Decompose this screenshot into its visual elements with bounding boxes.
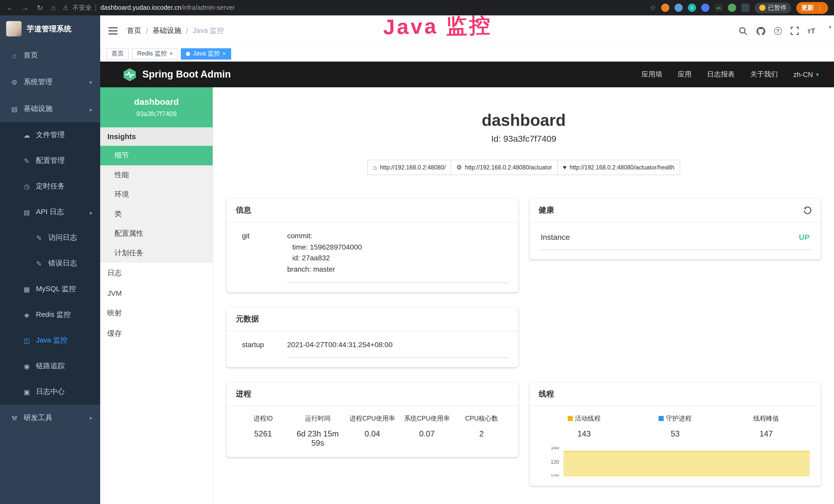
- sidebar-item-performance[interactable]: 性能: [100, 165, 213, 185]
- browser-nav-buttons: ← → ↻ ⌂: [6, 4, 56, 11]
- sidebar-item-trace[interactable]: ◉ 链路追踪: [0, 353, 100, 379]
- instance-main: dashboard Id: 93a3fc7f7409 ⌂ http://192.…: [213, 87, 834, 504]
- breadcrumb-home[interactable]: 首页: [127, 26, 141, 36]
- process-card-content: 进程ID 5261 运行时间 6d 23h 15m 59s 进程CPU使用率: [226, 407, 518, 457]
- browser-home-icon[interactable]: ⌂: [51, 4, 56, 11]
- log-center-icon: ▣: [23, 388, 31, 396]
- active-dot: [186, 52, 190, 56]
- sidebar-item-jvm[interactable]: JVM: [100, 283, 213, 303]
- sidebar-item-environment[interactable]: 环境: [100, 185, 213, 204]
- sba-nav-applications[interactable]: 应用: [678, 70, 692, 79]
- reload-icon[interactable]: ↻: [37, 4, 43, 11]
- back-icon[interactable]: ←: [6, 4, 13, 11]
- threads-card-title: 线程: [529, 383, 821, 407]
- app-shell: 芋道管理系统 ⌂ 首页 ⚙ 系统管理 ▾ ▤ 基础设施 ▴ ☁ 文件管理: [0, 16, 834, 504]
- instance-header[interactable]: dashboard 93a3fc7f7409: [100, 87, 213, 127]
- sidebar-item-system-management[interactable]: ⚙ 系统管理 ▾: [0, 69, 100, 95]
- sba-nav-about[interactable]: 关于我们: [750, 70, 778, 79]
- breadcrumb-infrastructure[interactable]: 基础设施: [153, 26, 181, 36]
- sidebar-item-error-logs[interactable]: ✎ 错误日志: [0, 251, 100, 276]
- sidebar-item-config-properties[interactable]: 配置属性: [100, 224, 213, 244]
- sidebar-item-api-logs[interactable]: ▤ API 日志 ▴: [0, 199, 100, 225]
- collapse-sidebar-icon[interactable]: [108, 27, 118, 35]
- health-status-badge: UP: [799, 233, 810, 241]
- sidebar-item-mappings[interactable]: 映射: [100, 303, 213, 323]
- actuator-url: http://192.168.0.2:48080/actuator: [465, 164, 552, 170]
- sidebar-item-logs[interactable]: 日志: [100, 263, 213, 283]
- extension-leaf-icon[interactable]: [728, 4, 736, 12]
- java-monitor-icon: ◫: [23, 337, 31, 344]
- sidebar-item-scheduled-tasks[interactable]: ◷ 定时任务: [0, 174, 100, 199]
- security-warning-label: 不安全: [72, 3, 92, 12]
- sidebar-item-label: 日志中心: [36, 387, 65, 396]
- sidebar-item-devtools[interactable]: ⚒ 研发工具 ▾: [0, 405, 100, 431]
- health-icon: ♥: [563, 164, 566, 171]
- history-icon[interactable]: [804, 206, 812, 214]
- sidebar-item-label: 错误日志: [48, 259, 77, 268]
- github-icon[interactable]: [756, 26, 765, 35]
- process-col-value: 5261: [236, 430, 290, 439]
- help-icon[interactable]: ?: [774, 27, 782, 35]
- health-url-chip[interactable]: ♥ http://192.168.0.2:48080/actuator/heal…: [557, 160, 680, 175]
- sidebar-item-log-center[interactable]: ▣ 日志中心: [0, 379, 100, 405]
- sidebar-item-details[interactable]: 细节: [100, 146, 213, 165]
- tab-home[interactable]: 首页: [106, 48, 129, 59]
- process-col-cores: CPU核心数 2: [454, 415, 509, 448]
- actuator-url-chip[interactable]: ⚙ http://192.168.0.2:48080/actuator: [451, 160, 557, 175]
- app-title: 芋道管理系统: [27, 24, 71, 33]
- chevron-down-icon: ▾: [89, 415, 92, 421]
- extension-puppeteer-icon[interactable]: [741, 4, 749, 12]
- process-table: 进程ID 5261 运行时间 6d 23h 15m 59s 进程CPU使用率: [236, 415, 509, 448]
- extension-drop-icon[interactable]: [675, 4, 683, 12]
- gear-icon: ⚙: [10, 78, 19, 86]
- sidebar-item-mysql-monitor[interactable]: ▦ MySQL 监控: [0, 276, 100, 302]
- health-card: 健康 Instance UP: [529, 199, 821, 259]
- bookmark-star-icon[interactable]: ☆: [650, 4, 656, 12]
- sidebar-item-classes[interactable]: 类: [100, 204, 213, 224]
- instance-url-chip[interactable]: ⌂ http://192.168.0.2:48080/: [368, 160, 451, 175]
- sidebar-item-config-management[interactable]: ✎ 配置管理: [0, 148, 100, 174]
- legend-label: 活动线程: [575, 415, 600, 422]
- sidebar-item-infrastructure[interactable]: ▤ 基础设施 ▴: [0, 95, 100, 122]
- chevron-up-icon: ▴: [89, 106, 92, 112]
- metadata-value: 2021-04-27T00:44:31.254+08:00: [287, 339, 509, 358]
- sba-language-select[interactable]: zh-CN ▾: [793, 71, 819, 78]
- breadcrumb-separator: /: [146, 27, 148, 35]
- update-button[interactable]: 更新 ⋮: [796, 2, 828, 14]
- page-title: dashboard: [226, 111, 821, 130]
- search-icon[interactable]: [739, 26, 747, 35]
- sidebar-item-java-monitor[interactable]: ◫ Java 监控: [0, 328, 100, 353]
- tab-redis-monitor[interactable]: Redis 监控 ×: [132, 48, 178, 59]
- font-size-icon[interactable]: тT: [807, 27, 815, 35]
- sidebar-item-caches[interactable]: 缓存: [100, 323, 213, 344]
- sidebar-item-file-management[interactable]: ☁ 文件管理: [0, 122, 100, 148]
- sba-nav-journal[interactable]: 日志报表: [707, 70, 734, 79]
- sidebar-item-redis-monitor[interactable]: ◈ Redis 监控: [0, 302, 100, 328]
- instance-sidebar: dashboard 93a3fc7f7409 Insights 细节 性能 环境…: [100, 87, 213, 504]
- address-bar[interactable]: ⚠ 不安全 dashboard.yudao.iocoder.cn/infra/a…: [63, 3, 642, 12]
- threads-legend: 活动线程 143 守护进程 53 线程峰值 14: [539, 415, 812, 439]
- sidebar-item-label: 首页: [24, 51, 38, 60]
- sidebar-item-home[interactable]: ⌂ 首页: [0, 42, 100, 69]
- sidebar-item-scheduled-tasks[interactable]: 计划任务: [100, 244, 213, 263]
- sba-nav-wall[interactable]: 应用墙: [641, 70, 662, 79]
- close-icon[interactable]: ×: [170, 51, 173, 56]
- sidebar-item-access-logs[interactable]: ✎ 访问日志: [0, 225, 100, 251]
- profile-paused-chip[interactable]: 已暂停: [755, 2, 791, 13]
- infrastructure-submenu: ☁ 文件管理 ✎ 配置管理 ◷ 定时任务 ▤ API 日志 ▴ ✎: [0, 122, 100, 405]
- legend-value: 143: [539, 430, 630, 439]
- update-label: 更新: [802, 3, 814, 12]
- extension-fox-icon[interactable]: [661, 4, 670, 12]
- close-icon[interactable]: ×: [222, 51, 226, 56]
- sba-brand[interactable]: Spring Boot Admin: [123, 68, 231, 82]
- extension-vue-devtools-icon[interactable]: V: [688, 4, 696, 12]
- extension-switch-on-icon[interactable]: on: [715, 4, 723, 12]
- forward-icon[interactable]: →: [22, 4, 29, 11]
- extension-grid-icon[interactable]: [701, 4, 709, 12]
- sba-body: dashboard 93a3fc7f7409 Insights 细节 性能 环境…: [100, 87, 834, 504]
- tab-java-monitor[interactable]: Java 监控 ×: [181, 48, 231, 59]
- process-col-process-cpu: 进程CPU使用率 0.04: [345, 415, 400, 448]
- annotation-java-monitor: Java 监控: [383, 11, 492, 41]
- browser-menu-icon[interactable]: ⋮: [817, 4, 823, 11]
- fullscreen-icon[interactable]: [790, 27, 798, 35]
